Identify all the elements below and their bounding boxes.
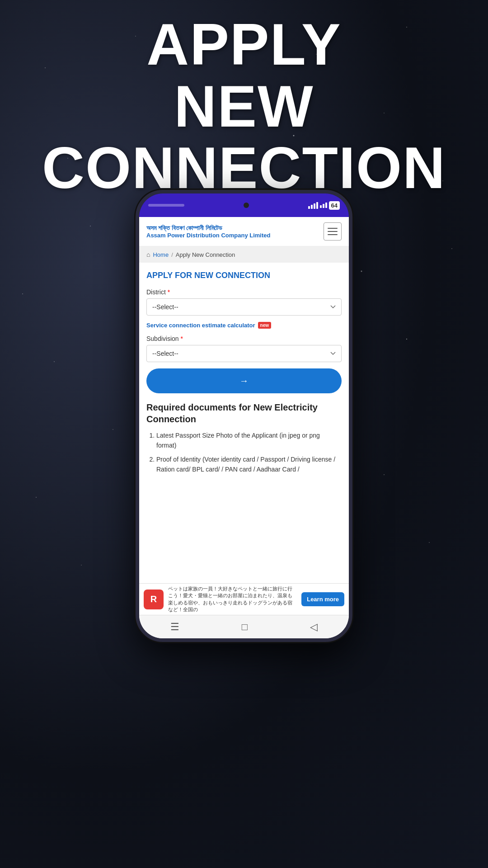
bottom-navigation: ☰ □ ◁ [139,615,349,638]
nav-home-icon[interactable]: □ [242,621,248,633]
hamburger-icon [328,228,338,229]
subdivision-select[interactable]: --Select-- [146,345,342,362]
scrollable-area[interactable]: ⌂ Home / Apply New Connection APPLY FOR … [139,246,349,638]
ad-learn-more-button[interactable]: Learn more [301,592,344,606]
breadcrumb-separator: / [171,251,173,258]
breadcrumb-current-page: Apply New Connection [176,251,235,258]
camera [244,203,249,208]
app-name-assamese: অসম শক্তি বিতৰণ কোম্পানী লিমিটেড [146,224,271,232]
hero-title-line2: NEW [18,75,470,137]
submit-button[interactable]: → [146,368,342,393]
form-section-title: APPLY FOR NEW CONNECTION [146,271,342,280]
list-item: Latest Passport Size Photo of the Applic… [156,430,342,451]
district-label: District * [146,288,342,296]
ad-text: ペットは家族の一員！大好きなペットと一緒に旅行に行こう！愛犬・愛猫と一緒のお部屋… [168,585,297,613]
phone-mockup: 64 অসম শক্তি বিতৰণ কোম্পানী লিমিটেড Assa… [136,190,352,642]
submit-arrow-icon: → [239,376,249,386]
battery-indicator: 64 [329,201,340,210]
subdivision-label: Subdivision * [146,335,342,342]
wifi-icon [320,203,327,208]
docs-list: Latest Passport Size Photo of the Applic… [146,430,342,475]
home-icon: ⌂ [146,251,150,258]
nav-back-icon[interactable]: ◁ [310,621,318,633]
main-content: APPLY FOR NEW CONNECTION District * --Se… [139,263,349,486]
breadcrumb: ⌂ Home / Apply New Connection [139,246,349,263]
notification-area [148,204,184,207]
hamburger-icon [328,231,338,232]
phone-body: 64 অসম শক্তি বিতৰণ কোম্পানী লিমিটেড Assa… [136,190,352,642]
ad-banner: R ペットは家族の一員！大好きなペットと一緒に旅行に行こう！愛犬・愛猫と一緒のお… [139,583,349,615]
status-bar: 64 [139,193,349,217]
status-icons: 64 [308,201,340,210]
ad-icon: R [144,590,164,609]
hero-title: APPLY NEW CONNECTION [0,14,488,199]
signal-icon [308,202,318,209]
app-logo: অসম শক্তি বিতৰণ কোম্পানী লিমিটেড Assam P… [146,224,271,239]
calculator-link[interactable]: Service connection estimate calculator n… [146,322,342,329]
docs-title: Required documents for New Electricity C… [146,401,342,425]
phone-screen: অসম শক্তি বিতৰণ কোম্পানী লিমিটেড Assam P… [139,217,349,638]
hero-title-line1: APPLY [18,14,470,75]
app-header: অসম শক্তি বিতৰণ কোম্পানী লিমিটেড Assam P… [139,217,349,246]
required-docs-section: Required documents for New Electricity C… [146,401,342,475]
new-badge: new [258,322,271,329]
district-select[interactable]: --Select-- [146,298,342,316]
calculator-link-text: Service connection estimate calculator [146,322,255,329]
subdivision-field-group: Subdivision * --Select-- [146,335,342,368]
nav-menu-icon[interactable]: ☰ [170,621,179,633]
hamburger-icon [328,234,338,235]
subdivision-required-star: * [181,335,183,342]
district-field-group: District * --Select-- [146,288,342,322]
list-item: Proof of Identity (Voter identity card /… [156,454,342,475]
breadcrumb-home-link[interactable]: Home [153,251,169,258]
app-name-english: Assam Power Distribution Company Limited [146,232,271,239]
district-required-star: * [168,288,170,296]
hamburger-button[interactable] [324,222,342,241]
